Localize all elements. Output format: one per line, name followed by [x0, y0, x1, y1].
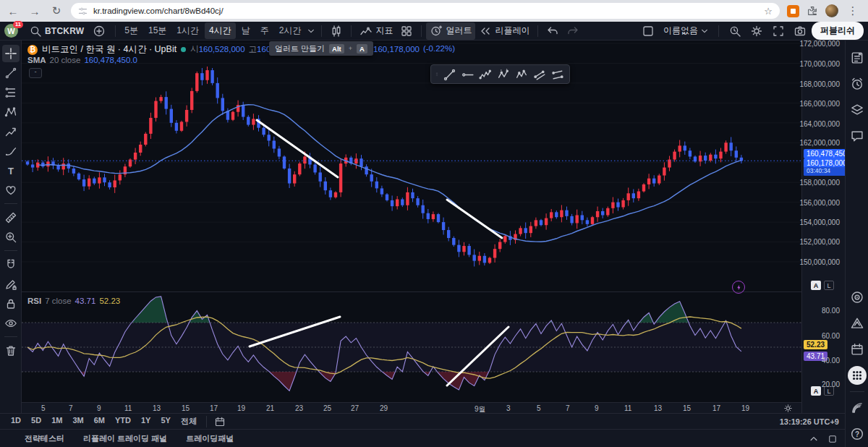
- stay-in-drawing-mode[interactable]: [2, 276, 20, 293]
- address-bar[interactable]: kr.tradingview.com/chart/8wBd40cj/ ☆: [71, 3, 780, 19]
- range-button[interactable]: 6M: [89, 414, 110, 428]
- range-button[interactable]: 5Y: [156, 414, 175, 428]
- ideas-panel[interactable]: [848, 314, 867, 333]
- redo-button[interactable]: [563, 22, 583, 40]
- range-button[interactable]: 1D: [6, 414, 26, 428]
- range-button[interactable]: 전체: [176, 414, 202, 428]
- layout-name-button[interactable]: 이름없음: [660, 22, 712, 39]
- price-axis[interactable]: 160,478,450.0 160,178,000 03:40:34 52.23…: [801, 41, 845, 413]
- browser-menu-icon[interactable]: ⋮: [846, 4, 860, 17]
- interval-button[interactable]: 15분: [144, 22, 171, 39]
- fav-horizontal-ray[interactable]: [459, 66, 477, 82]
- fullscreen-button[interactable]: [768, 22, 788, 40]
- chart-settings-button[interactable]: [746, 22, 767, 40]
- clock-utc[interactable]: 13:19:26 UTC+9: [780, 417, 839, 426]
- save-layout-button[interactable]: [638, 22, 658, 40]
- compare-add-symbol-button[interactable]: [89, 22, 109, 40]
- legend-collapse-button[interactable]: ˆ: [29, 68, 42, 78]
- object-tree-panel[interactable]: [848, 101, 867, 119]
- maximize-panel-icon[interactable]: [827, 434, 838, 444]
- hide-all-drawings[interactable]: [2, 315, 20, 332]
- tradingview-chart-screen: { "browser": { "url": "kr.tradingview.co…: [0, 0, 868, 447]
- time-axis-gear-icon[interactable]: [783, 404, 793, 413]
- xabcd-pattern-tool[interactable]: [2, 103, 20, 121]
- go-to-date-icon[interactable]: [214, 416, 226, 427]
- range-button[interactable]: 5D: [26, 414, 46, 428]
- chart-pane[interactable]: ₿ 비트코인 / 한국 원 · 4시간 · UpBit 시160,528,000…: [22, 41, 801, 402]
- rsi-auto-scale-button[interactable]: A: [811, 386, 821, 396]
- fib-retracement-tool[interactable]: [2, 84, 20, 101]
- measure-tool[interactable]: [2, 209, 20, 226]
- apps-menu[interactable]: [848, 366, 867, 385]
- bottom-tab[interactable]: 리플레이 트레이딩 패널: [83, 433, 167, 444]
- browser-forward-button[interactable]: →: [27, 5, 42, 17]
- rsi-legend[interactable]: RSI 7 close 43.71 52.23: [27, 297, 120, 305]
- extension-icon-orange[interactable]: [787, 5, 799, 17]
- auto-scale-button[interactable]: A: [811, 281, 821, 290]
- interval-button[interactable]: 날: [237, 22, 255, 39]
- remove-drawings[interactable]: [2, 342, 20, 359]
- fav-disjoint-channel[interactable]: [549, 66, 567, 82]
- trend-line-tool[interactable]: [2, 64, 20, 82]
- hotlists-panel[interactable]: [848, 288, 867, 307]
- range-button[interactable]: 1Y: [136, 414, 156, 428]
- boost-lightning-icon[interactable]: [732, 281, 745, 294]
- site-info-icon[interactable]: [78, 7, 88, 16]
- browser-profile-avatar[interactable]: [825, 4, 838, 17]
- browser-reload-button[interactable]: ↻: [49, 4, 64, 17]
- emoji-tool[interactable]: [2, 182, 20, 199]
- interval-button[interactable]: 5분: [120, 22, 142, 39]
- lock-all-drawings[interactable]: [2, 295, 20, 312]
- replay-button[interactable]: 리플레이: [475, 22, 533, 40]
- watchlist-panel[interactable]: [848, 48, 867, 67]
- zoom-in-tool[interactable]: [2, 229, 20, 246]
- fav-elliott-wave[interactable]: [477, 66, 495, 82]
- forecast-tool[interactable]: [2, 123, 20, 140]
- floating-drawing-toolbar[interactable]: [430, 64, 570, 84]
- divider: [421, 25, 422, 37]
- brush-tool[interactable]: [2, 142, 20, 160]
- chat-panel[interactable]: [848, 127, 867, 145]
- interval-button[interactable]: 2시간: [275, 22, 306, 39]
- undo-button[interactable]: [542, 22, 563, 40]
- bottom-tab[interactable]: 전략테스터: [25, 433, 64, 444]
- bottom-tab[interactable]: 트레이딩패널: [186, 433, 234, 444]
- symbol-search-button[interactable]: BTCKRW: [25, 22, 88, 40]
- range-button[interactable]: 1M: [46, 414, 67, 428]
- chart-style-button[interactable]: [326, 22, 346, 40]
- fav-trend-line[interactable]: [441, 66, 459, 82]
- indicator-templates-button[interactable]: [396, 22, 417, 40]
- interval-dropdown[interactable]: [305, 25, 317, 38]
- bookmark-star-icon[interactable]: ☆: [764, 6, 773, 17]
- log-scale-button[interactable]: L: [824, 281, 834, 290]
- connection-status[interactable]: [848, 399, 867, 417]
- browser-back-button[interactable]: ←: [6, 5, 20, 17]
- fav-pattern-abc[interactable]: [513, 66, 531, 82]
- quick-search-button[interactable]: [725, 22, 745, 40]
- interval-button[interactable]: 1시간: [172, 22, 203, 39]
- publish-button[interactable]: 퍼블리쉬: [812, 22, 864, 40]
- help-button[interactable]: ?: [848, 425, 867, 443]
- extensions-puzzle-icon[interactable]: [807, 5, 818, 17]
- create-alert-button[interactable]: 얼러트: [426, 22, 475, 40]
- fav-parallel-channel[interactable]: [531, 66, 549, 82]
- magnet-mode[interactable]: [2, 256, 20, 273]
- range-button[interactable]: 3M: [67, 414, 88, 428]
- main-legend[interactable]: ₿ 비트코인 / 한국 원 · 4시간 · UpBit 시160,528,000…: [27, 43, 455, 56]
- snapshot-button[interactable]: [790, 22, 810, 40]
- sma-legend[interactable]: SMA 20 close 160,478,450.0: [27, 56, 137, 64]
- crosshair-tool[interactable]: [2, 45, 20, 62]
- interval-button[interactable]: 주: [256, 22, 273, 39]
- indicators-button[interactable]: 지표: [356, 22, 396, 40]
- range-button[interactable]: YTD: [110, 414, 136, 428]
- text-tool[interactable]: T: [2, 162, 20, 179]
- divider: [850, 391, 864, 392]
- time-axis[interactable]: 579111315171921232527299월35791113151719: [22, 402, 801, 413]
- expand-panel-icon[interactable]: [809, 434, 819, 444]
- drag-handle[interactable]: [433, 66, 441, 82]
- alerts-panel[interactable]: [848, 74, 867, 93]
- calendar-panel[interactable]: [848, 340, 867, 359]
- interval-button[interactable]: 4시간: [205, 22, 236, 39]
- fav-pattern-12[interactable]: [495, 66, 513, 82]
- user-menu-avatar[interactable]: W11: [4, 24, 18, 38]
